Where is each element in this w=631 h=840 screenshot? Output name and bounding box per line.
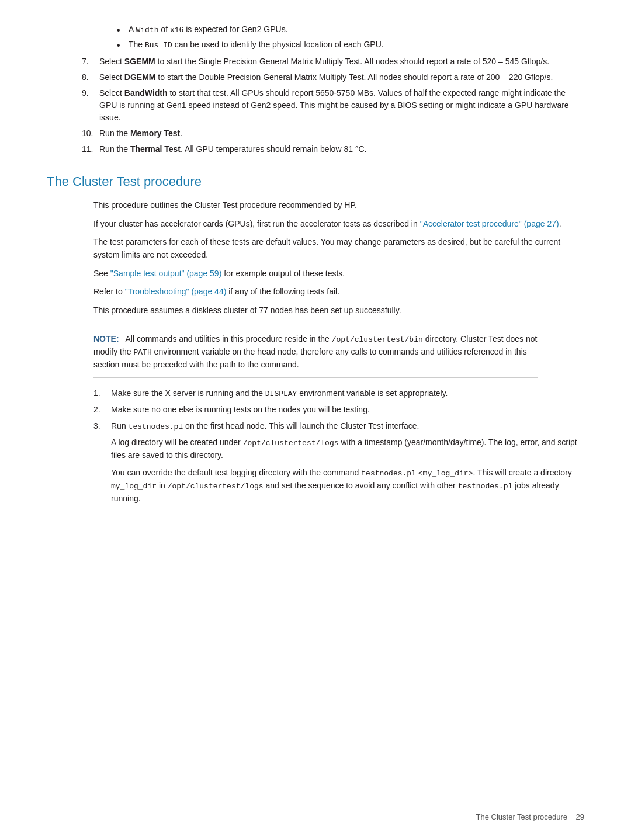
link-accelerator[interactable]: "Accelerator test procedure" (page 27) xyxy=(420,219,559,228)
list-item-7: 7. Select SGEMM to start the Single Prec… xyxy=(82,55,584,68)
sub-para-2-code5: testnodes.pl xyxy=(458,482,513,491)
cluster-steps-list: 1. Make sure the X server is running and… xyxy=(93,387,584,433)
item-8-num: 8. xyxy=(82,71,89,84)
body-para-3: The test parameters for each of these te… xyxy=(93,236,584,261)
cluster-step-1: 1. Make sure the X server is running and… xyxy=(93,387,584,400)
body-para-5: Refer to "Troubleshooting" (page 44) if … xyxy=(93,286,584,298)
section-heading: The Cluster Test procedure xyxy=(47,172,584,191)
cluster-step-2-num: 2. xyxy=(93,404,100,416)
body-para-1: This procedure outlines the Cluster Test… xyxy=(93,199,584,212)
link-troubleshooting[interactable]: "Troubleshooting" (page 44) xyxy=(125,287,227,296)
sub-para-2-code4: /opt/clustertest/logs xyxy=(168,482,264,491)
body-para-2: If your cluster has accelerator cards (G… xyxy=(93,218,584,231)
cluster-step-3-num: 3. xyxy=(93,420,100,433)
page: A Width of x16 is expected for Gen2 GPUs… xyxy=(0,0,631,840)
item-7-num: 7. xyxy=(82,55,89,68)
footer-page: 29 xyxy=(576,813,584,821)
item-10-bold: Memory Test xyxy=(130,129,180,138)
note-code-path-var: PATH xyxy=(133,348,151,357)
sub-para-1: A log directory will be created under /o… xyxy=(111,436,584,462)
body-para-6: This procedure assumes a diskless cluste… xyxy=(93,304,584,317)
list-item-10: 10. Run the Memory Test. xyxy=(82,127,584,140)
item-10-num: 10. xyxy=(82,127,93,140)
item-9-bold: BandWidth xyxy=(124,88,168,98)
cluster-step-3: 3. Run testnodes.pl on the first head no… xyxy=(93,420,584,433)
note-label: NOTE: xyxy=(93,334,119,343)
numbered-list-top: 7. Select SGEMM to start the Single Prec… xyxy=(82,55,584,155)
footer: The Cluster Test procedure 29 xyxy=(476,811,584,823)
item-8-bold: DGEMM xyxy=(124,72,156,82)
list-item-8: 8. Select DGEMM to start the Double Prec… xyxy=(82,71,584,84)
bullet-list-top: A Width of x16 is expected for Gen2 GPUs… xyxy=(117,23,584,51)
cluster-step-2: 2. Make sure no one else is running test… xyxy=(93,404,584,416)
item-9-num: 9. xyxy=(82,87,89,99)
sub-para-2-code2: <my_log_dir> xyxy=(418,469,473,478)
code-width: Width xyxy=(136,26,158,34)
code-busid: Bus ID xyxy=(145,41,172,50)
sub-para-2-code1: testnodes.pl xyxy=(361,469,416,478)
cluster-step-1-num: 1. xyxy=(93,387,100,400)
cluster-step-1-code: DISPLAY xyxy=(265,390,297,398)
code-x16: x16 xyxy=(170,26,183,34)
cluster-step-3-code: testnodes.pl xyxy=(129,422,183,431)
list-item-11: 11. Run the Thermal Test. All GPU temper… xyxy=(82,143,584,155)
sub-para-1-code: /opt/clustertest/logs xyxy=(243,439,339,447)
body-para-4: See "Sample test output" (page 59) for e… xyxy=(93,268,584,280)
footer-text: The Cluster Test procedure xyxy=(476,813,568,821)
note-box: NOTE: All commands and utilities in this… xyxy=(93,327,538,378)
link-sample-output[interactable]: "Sample test output" (page 59) xyxy=(110,269,222,278)
bullet-item-busid: The Bus ID can be used to identify the p… xyxy=(117,39,584,51)
note-code-path: /opt/clustertest/bin xyxy=(332,335,423,344)
sub-para-2: You can override the default test loggin… xyxy=(111,467,584,505)
item-11-bold: Thermal Test xyxy=(130,144,181,154)
bullet-item-width: A Width of x16 is expected for Gen2 GPUs… xyxy=(117,23,584,36)
sub-para-2-code3: my_log_dir xyxy=(111,482,157,491)
list-item-9: 9. Select BandWidth to start that test. … xyxy=(82,87,584,124)
item-11-num: 11. xyxy=(82,143,93,155)
item-7-bold: SGEMM xyxy=(124,57,155,66)
